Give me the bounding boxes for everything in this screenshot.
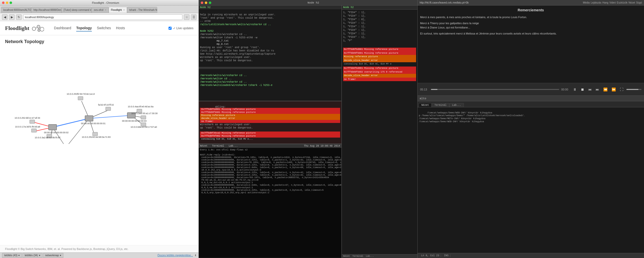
nav-forward-button[interactable]: ▶ bbox=[9, 14, 15, 20]
term2-tab-nezet[interactable]: Nézet bbox=[419, 103, 432, 107]
term2-statusbar: Ln 8, Col 23 INS bbox=[418, 253, 644, 258]
browser-titlebar: Floodlight - Chromium bbox=[0, 0, 198, 6]
vlc-menu-playback[interactable]: Lejátszás bbox=[591, 1, 601, 4]
vlc-menu-view[interactable]: Nézet bbox=[629, 1, 635, 4]
status-networkmap[interactable]: networkmap ▾ bbox=[43, 253, 63, 258]
vlc-content: Remerciements Merci à mes parents, à mes… bbox=[418, 6, 644, 83]
vlc-next-btn[interactable]: ⏭ bbox=[595, 87, 600, 92]
browser-window-title: Floodlight - Chromium bbox=[15, 1, 196, 4]
vlc-slow-btn[interactable]: ⏪ bbox=[602, 87, 609, 92]
terminal-window-controls bbox=[201, 2, 211, 4]
vlc-menu-help[interactable]: Súgó bbox=[636, 1, 642, 4]
tab-terminal[interactable]: Terminál bbox=[352, 255, 363, 257]
close-window-btn[interactable] bbox=[2, 2, 5, 4]
host-4-label: 10.0.0.17a:3d:fc:f8:0d:a8 bbox=[15, 125, 40, 128]
terminal-close-btn[interactable] bbox=[201, 2, 203, 4]
browser-statusbar: letöltés (43) ▾ letöltés (34) ▾ networkm… bbox=[0, 252, 198, 258]
vlc-menu-audio[interactable]: Hang bbox=[602, 1, 608, 4]
vlc-fullscreen-btn[interactable]: ⛶ bbox=[619, 87, 624, 92]
tab-nezet[interactable]: Nézet bbox=[343, 255, 350, 257]
terminal-output-top: help in running Wireshark as an unprivil… bbox=[199, 9, 341, 66]
svg-point-0 bbox=[32, 27, 36, 30]
term2-tab-terminal[interactable]: Terminál bbox=[432, 103, 449, 107]
floodlight-footer: Floodlight © Big Switch Networks, IBM, e… bbox=[0, 245, 198, 252]
nav-hosts[interactable]: Hosts bbox=[116, 25, 125, 31]
vlc-total-time: 00:00 bbox=[561, 88, 570, 91]
host-1[interactable] bbox=[78, 96, 83, 100]
vlc-menu-media[interactable]: Média bbox=[583, 1, 590, 4]
host-1-label: 10.0.0.253f2:94:7d:4e:1a:c2 bbox=[67, 93, 95, 95]
minimize-window-btn[interactable] bbox=[6, 2, 8, 4]
browser-panel: Floodlight - Chromium localhost:8000/wm/… bbox=[0, 0, 199, 258]
bookmark-button[interactable]: ☆ bbox=[184, 14, 189, 20]
svg-point-2 bbox=[40, 27, 44, 31]
host-3[interactable] bbox=[30, 120, 35, 123]
maximize-window-btn[interactable] bbox=[10, 2, 12, 4]
tab-close-icon[interactable]: × bbox=[105, 9, 106, 11]
host-9[interactable] bbox=[93, 132, 98, 136]
vlc-volume-bar[interactable] bbox=[626, 89, 641, 90]
vlc-progress-bar[interactable] bbox=[431, 89, 559, 90]
switch-2[interactable] bbox=[49, 124, 57, 130]
menu-button[interactable]: ☰ bbox=[191, 14, 196, 20]
host-4[interactable] bbox=[31, 129, 36, 132]
right-terminal-content: 1, "PID4" : 1}, 1, "PID4" : 1}, 1, "PID4… bbox=[342, 10, 417, 254]
nav-switches[interactable]: Switches bbox=[97, 25, 111, 31]
chevron-down-icon: ▾ bbox=[39, 254, 40, 257]
nav-dashboard[interactable]: Dashboard bbox=[54, 25, 71, 31]
tab-den[interactable]: http://localhost:8888/Den... × bbox=[31, 7, 61, 13]
url-bar[interactable]: localhost:8000/topology bbox=[23, 14, 182, 20]
terminal-maximize-btn[interactable] bbox=[209, 2, 211, 4]
vlc-title: Remerciements bbox=[420, 8, 641, 12]
host-9-label: 10.0.0.25242:ee:b8:0a:7c:83 bbox=[82, 136, 111, 138]
vlc-stop-btn[interactable]: ⏹ bbox=[580, 87, 585, 92]
error-line-5: no frame! bbox=[200, 120, 340, 123]
browser-navbar: ◀ ▶ ↻ localhost:8000/topology ☆ ☰ bbox=[0, 13, 198, 21]
right-error-5: 0x7ff6b0f6d001 Missing reference picture bbox=[343, 67, 416, 70]
vlc-fast-btn[interactable]: ⏩ bbox=[611, 87, 617, 92]
term2-tab-lab[interactable]: Lab... bbox=[449, 103, 464, 107]
vlc-volume-fill bbox=[626, 89, 638, 90]
tab-floodlight[interactable]: Floodlight × bbox=[109, 7, 127, 13]
nav-topology[interactable]: Topology bbox=[76, 25, 92, 31]
vlc-controls: 05:13 00:00 ⏸ ⏹ ⏮ ⏭ ⏪ ⏩ ⛶ bbox=[418, 83, 644, 95]
switch-1[interactable] bbox=[85, 116, 93, 121]
term2-status-ln: Ln 8, Col 23 bbox=[420, 254, 441, 257]
window-controls bbox=[2, 2, 12, 4]
terminal-minimize-btn[interactable] bbox=[205, 2, 207, 4]
host-5-label: 10.0.0.3a2:ab:e2:9b:f5:87 bbox=[35, 136, 61, 139]
live-updates-toggle[interactable]: ✓ Live updates bbox=[169, 26, 193, 30]
vlc-window-title: http://htt.f6.casex/leaved.cvlc.medlatu.… bbox=[420, 1, 583, 4]
status-downloads-2[interactable]: letöltés (34) ▾ bbox=[22, 253, 42, 258]
vlc-prev-btn[interactable]: ⏮ bbox=[587, 87, 593, 92]
host-7[interactable] bbox=[141, 116, 146, 119]
terminal-middle-errors: abling: /init.lua]:46: dofile has been d… bbox=[199, 101, 341, 144]
vlc-menu-video[interactable]: Videó bbox=[609, 1, 616, 4]
header-label: Nézet Terminál Lab... bbox=[200, 145, 238, 147]
tab-label: localhost:8000/wm/ALTO/ bbox=[3, 9, 31, 11]
tab-close-icon[interactable]: × bbox=[123, 9, 125, 11]
host-2[interactable] bbox=[106, 107, 111, 111]
status-label: letöltés (43) bbox=[4, 254, 17, 257]
vlc-play-pause-btn[interactable]: ⏸ bbox=[572, 87, 578, 92]
tab-alto[interactable]: localhost:8000/wm/ALTO/ × bbox=[1, 7, 31, 13]
tab-label: ovs-ofcd bbox=[94, 9, 103, 11]
vlc-menu-tools[interactable]: Eszközök bbox=[617, 1, 628, 4]
logo-icon bbox=[31, 24, 44, 33]
host-8-label: 10.0.0.6da:e3:58:17:67:a0 bbox=[131, 126, 157, 128]
live-updates-checkbox[interactable] bbox=[169, 27, 172, 30]
tab-lab[interactable]: Lab... bbox=[366, 255, 374, 257]
tab-tshark[interactable]: tshark - The Wireshark N... × bbox=[127, 7, 157, 13]
topology-svg: 00:00:00:00:00:00:00:01 00:00:00:00:00:0… bbox=[5, 48, 193, 144]
status-downloads-1[interactable]: letöltés (43) ▾ bbox=[2, 253, 22, 258]
tab-ovs[interactable]: ovs-ofcd × bbox=[92, 7, 109, 13]
nav-refresh-button[interactable]: ↻ bbox=[16, 14, 22, 20]
svg-line-4 bbox=[36, 27, 37, 28]
browser-tabs-bar: localhost:8000/wm/ALTO/ × http://localho… bbox=[0, 6, 198, 13]
error-line-6: 0x7ff6d0f35ca2 Missing reference picture bbox=[200, 132, 340, 135]
tab-tutor[interactable]: [Tutor] sleep command in... × bbox=[61, 7, 92, 13]
nav-back-button[interactable]: ◀ bbox=[2, 14, 8, 20]
node-h2-label: Node h2 bbox=[199, 6, 341, 9]
chevron-down-icon: ▾ bbox=[18, 254, 20, 257]
all-downloads-link[interactable]: Összes letöltés megjelenítése... bbox=[157, 254, 193, 257]
